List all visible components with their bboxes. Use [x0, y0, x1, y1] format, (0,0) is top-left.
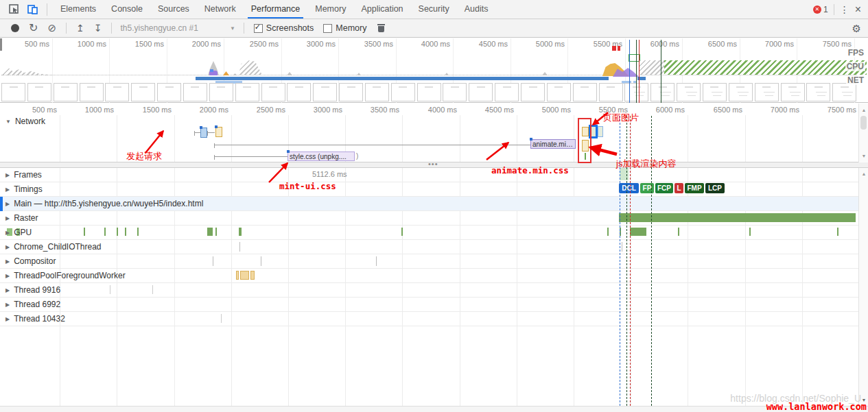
more-menu-icon[interactable]: ⋮ [840, 5, 849, 14]
reload-and-profile-icon[interactable]: ↻ [29, 23, 38, 33]
tab-memory[interactable]: Memory [307, 0, 353, 19]
track-label[interactable]: ▶Frames [5, 170, 42, 180]
filmstrip-frame[interactable] [27, 83, 51, 101]
network-request[interactable] [200, 128, 207, 138]
filmstrip-frame[interactable] [755, 83, 779, 101]
filmstrip-frame[interactable] [781, 83, 805, 101]
filmstrip-frame[interactable] [729, 83, 753, 101]
filmstrip-frame[interactable] [105, 83, 129, 101]
track-row-thread-10432[interactable] [0, 312, 868, 326]
track-row-raster[interactable] [0, 211, 868, 226]
record-button[interactable] [11, 24, 19, 32]
track-row-frames[interactable] [0, 168, 868, 182]
filmstrip-frame[interactable] [521, 83, 545, 101]
filmstrip-frame[interactable] [573, 83, 597, 101]
filmstrip-frame[interactable] [339, 83, 363, 101]
chevron-collapsed-icon[interactable]: ▶ [5, 230, 10, 236]
filmstrip-frame[interactable] [391, 83, 415, 101]
track-label[interactable]: ▶GPU [5, 228, 32, 237]
track-label[interactable]: ▶Compositor [5, 256, 56, 266]
chevron-collapsed-icon[interactable]: ▶ [5, 273, 10, 279]
filmstrip-frame[interactable] [599, 83, 623, 101]
network-request[interactable] [598, 126, 603, 137]
filmstrip-frame[interactable] [261, 83, 285, 101]
filmstrip-frame[interactable] [417, 83, 441, 101]
track-row-threadpoolforegroundworker[interactable] [0, 269, 868, 283]
chevron-collapsed-icon[interactable]: ▶ [5, 258, 10, 265]
filmstrip-frame[interactable] [209, 83, 233, 101]
device-toolbar-icon[interactable] [27, 4, 38, 15]
track-row-thread-9916[interactable] [0, 283, 868, 298]
track-label[interactable]: ▶Thread 9916 [5, 285, 60, 295]
screenshots-toggle[interactable]: Screenshots [254, 23, 314, 33]
network-request[interactable]: animate.mi… [530, 139, 576, 149]
network-request[interactable]: style.css (unpkg.... [288, 152, 355, 161]
filmstrip-frame[interactable] [287, 83, 311, 101]
track-label[interactable]: ▶ThreadPoolForegroundWorker [5, 271, 126, 280]
network-section-header[interactable]: ▼ Network [5, 117, 45, 126]
filmstrip-frame[interactable] [365, 83, 389, 101]
filmstrip-frame[interactable] [832, 83, 856, 101]
network-scrollbar[interactable]: ▲ ▼ [858, 104, 868, 162]
clear-icon[interactable]: ⊘ [47, 23, 56, 33]
tab-sources[interactable]: Sources [150, 0, 197, 19]
profile-select[interactable]: th5.yishengyue.cn #1 [120, 23, 198, 33]
tab-security[interactable]: Security [411, 0, 457, 19]
chevron-collapsed-icon[interactable]: ▶ [5, 287, 10, 293]
tab-audits[interactable]: Audits [457, 0, 496, 19]
tab-network[interactable]: Network [197, 0, 244, 19]
gear-icon[interactable]: ⚙ [852, 23, 861, 35]
filmstrip-frame[interactable] [183, 83, 207, 101]
save-profile-icon[interactable]: ↧ [94, 23, 102, 33]
memory-toggle[interactable]: Memory [323, 23, 366, 33]
track-row-compositor[interactable] [0, 254, 868, 269]
track-label[interactable]: ▶Timings [5, 184, 43, 194]
filmstrip-frame[interactable] [80, 83, 104, 101]
filmstrip-frame[interactable] [443, 83, 467, 101]
chevron-collapsed-icon[interactable]: ▶ [5, 201, 10, 207]
scroll-up-icon[interactable]: ▲ [859, 108, 868, 112]
track-label[interactable]: ▶Main — http://th5.yishengyue.cn/wuyeH5/… [5, 199, 203, 208]
tab-elements[interactable]: Elements [53, 0, 104, 19]
tab-performance[interactable]: Performance [244, 0, 308, 19]
track-row-chrome-childiothread[interactable] [0, 240, 868, 254]
track-label[interactable]: ▶Thread 6992 [5, 300, 60, 309]
network-request[interactable] [215, 127, 222, 137]
chevron-down-icon[interactable]: ▼ [230, 25, 235, 32]
trash-icon[interactable] [377, 24, 385, 33]
pane-splitter[interactable]: ••• [0, 162, 868, 168]
screenshots-checkbox[interactable] [254, 24, 263, 33]
memory-checkbox[interactable] [323, 24, 332, 33]
filmstrip-frame[interactable] [1, 83, 25, 101]
error-count-badge[interactable]: ✕ 1 [813, 5, 828, 14]
filmstrip-frame[interactable] [313, 83, 337, 101]
scroll-up-icon[interactable]: ▲ [859, 171, 868, 176]
load-profile-icon[interactable]: ↥ [76, 23, 84, 33]
tab-console[interactable]: Console [104, 0, 150, 19]
filmstrip-frame[interactable] [131, 83, 155, 101]
chevron-collapsed-icon[interactable]: ▶ [5, 244, 10, 250]
track-label[interactable]: ▶Thread 10432 [5, 314, 65, 324]
chevron-collapsed-icon[interactable]: ▶ [5, 302, 10, 308]
filmstrip-frame[interactable] [157, 83, 181, 101]
chevron-collapsed-icon[interactable]: ▶ [5, 186, 10, 193]
chevron-collapsed-icon[interactable]: ▶ [5, 215, 10, 221]
track-row-gpu[interactable] [0, 226, 868, 240]
filmstrip-frame[interactable] [677, 83, 701, 101]
main-scrollbar[interactable]: ▲ ▼ [858, 168, 868, 406]
chevron-collapsed-icon[interactable]: ▶ [5, 316, 10, 322]
filmstrip-frame[interactable] [495, 83, 519, 101]
scroll-down-icon[interactable]: ▼ [859, 154, 868, 158]
scrollbar-thumb[interactable] [860, 116, 867, 130]
filmstrip-frame[interactable] [703, 83, 727, 101]
filmstrip-frame[interactable] [547, 83, 571, 101]
filmstrip-frame[interactable] [235, 83, 259, 101]
close-icon[interactable]: × [855, 5, 861, 14]
track-label[interactable]: ▶Chrome_ChildIOThread [5, 242, 102, 252]
track-row-timings[interactable] [0, 182, 868, 197]
track-row-thread-6992[interactable] [0, 298, 868, 312]
inspect-element-icon[interactable] [8, 4, 19, 15]
chevron-collapsed-icon[interactable]: ▶ [5, 172, 10, 178]
track-label[interactable]: ▶Raster [5, 213, 38, 223]
filmstrip-frame[interactable] [469, 83, 493, 101]
